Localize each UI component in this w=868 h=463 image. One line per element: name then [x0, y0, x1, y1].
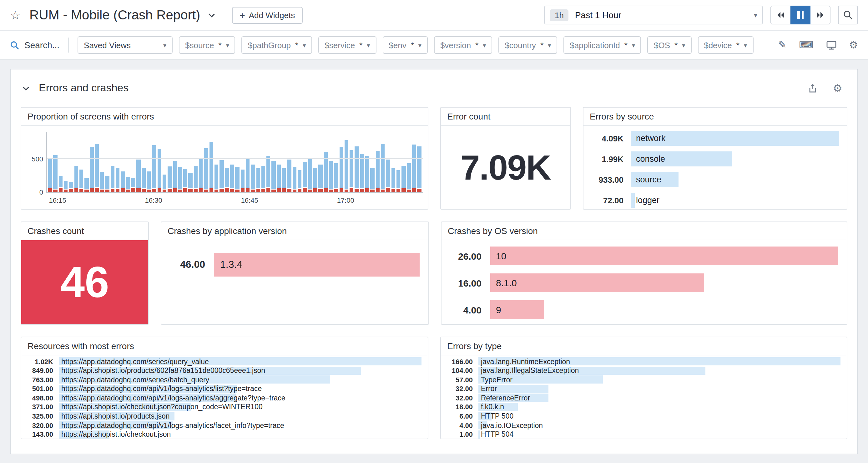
bar-row[interactable]: 320.00https://app.datadoghq.com/api/v1/l…: [24, 421, 422, 429]
saved-views-select[interactable]: Saved Views ▾: [78, 36, 173, 54]
timeseries-bar[interactable]: [407, 132, 411, 192]
timeseries-bar[interactable]: [292, 132, 297, 192]
timeseries-bar[interactable]: [85, 132, 89, 192]
template-variable-source[interactable]: $source * ▾: [179, 36, 236, 54]
add-widgets-button[interactable]: + Add Widgets: [232, 6, 302, 24]
template-variable-os[interactable]: $OS * ▾: [648, 36, 691, 54]
timeseries-bar[interactable]: [209, 132, 213, 192]
timeseries-bar[interactable]: [298, 132, 302, 192]
timeseries-bar[interactable]: [111, 132, 115, 192]
timeseries-bar[interactable]: [323, 132, 328, 192]
bar-row[interactable]: 32.00ReferenceError: [443, 394, 840, 402]
timeseries-bar[interactable]: [261, 132, 266, 192]
timeseries-bar[interactable]: [391, 132, 395, 192]
timeseries-bar[interactable]: [152, 132, 156, 192]
bar-row[interactable]: 4.09Knetwork: [586, 131, 839, 146]
chevron-down-icon[interactable]: [208, 11, 216, 19]
timeseries-bar[interactable]: [225, 132, 229, 192]
timeseries-bar[interactable]: [375, 132, 380, 192]
timeseries-bar[interactable]: [355, 132, 359, 192]
timeseries-bar[interactable]: [256, 132, 260, 192]
time-range-picker[interactable]: 1h Past 1 Hour ▾: [544, 6, 763, 24]
bar-row[interactable]: 4.00java.io.IOException: [443, 421, 840, 429]
share-export-icon[interactable]: [807, 83, 818, 93]
timeseries-bar[interactable]: [267, 132, 271, 192]
time-forward-button[interactable]: [810, 6, 831, 24]
timeseries-bar[interactable]: [142, 132, 146, 192]
bar-row[interactable]: 26.0010: [445, 247, 838, 265]
timeseries-bar[interactable]: [163, 132, 167, 192]
timeseries-bar[interactable]: [381, 132, 385, 192]
search-control[interactable]: Search...: [10, 40, 59, 50]
timeseries-bar[interactable]: [48, 132, 52, 192]
timeseries-bar[interactable]: [54, 132, 58, 192]
timeseries-bar[interactable]: [178, 132, 182, 192]
timeseries-bar[interactable]: [308, 132, 312, 192]
bar-row[interactable]: 763.00https://app.datadoghq.com/series/b…: [24, 375, 422, 383]
timeseries-bar[interactable]: [313, 132, 317, 192]
template-variable-service[interactable]: $service * ▾: [318, 36, 376, 54]
timeseries-bar[interactable]: [69, 132, 73, 192]
template-variable-version[interactable]: $version * ▾: [434, 36, 492, 54]
timeseries-bar[interactable]: [241, 132, 245, 192]
timeseries-bar[interactable]: [397, 132, 401, 192]
timeseries-bar[interactable]: [95, 132, 99, 192]
timeseries-bar[interactable]: [277, 132, 281, 192]
timeseries-bar[interactable]: [189, 132, 193, 192]
timeseries-bar[interactable]: [215, 132, 219, 192]
timeseries-bar[interactable]: [339, 132, 343, 192]
collapse-chevron-icon[interactable]: [22, 84, 30, 92]
timeseries-bar[interactable]: [345, 132, 349, 192]
timeseries-bar[interactable]: [329, 132, 333, 192]
favorite-star-icon[interactable]: ☆: [10, 9, 21, 21]
timeseries-bar[interactable]: [131, 132, 135, 192]
settings-gear-icon[interactable]: ⚙: [849, 40, 858, 50]
bar-row[interactable]: 1.02Khttps://app.datadoghq.com/series/qu…: [24, 357, 422, 366]
timeseries-bar[interactable]: [334, 132, 338, 192]
timeseries-bar[interactable]: [371, 132, 375, 192]
timeseries-bar[interactable]: [282, 132, 286, 192]
timeseries-bar[interactable]: [199, 132, 203, 192]
timeseries-bar[interactable]: [412, 132, 416, 192]
keyboard-icon[interactable]: ⌨: [799, 40, 813, 50]
bar-row[interactable]: 32.00Error: [443, 385, 840, 393]
timeseries-bar[interactable]: [402, 132, 406, 192]
bar-row[interactable]: 143.00https://api.shopist.io/checkout.js…: [24, 431, 422, 439]
timeseries-bar[interactable]: [80, 132, 84, 192]
bar-row[interactable]: 72.00logger: [586, 193, 839, 208]
timeseries-bar[interactable]: [246, 132, 250, 192]
bar-row[interactable]: 46.001.3.4: [165, 253, 420, 277]
template-variable-country[interactable]: $country * ▾: [498, 36, 557, 54]
bar-row[interactable]: 498.00https://app.datadoghq.com/api/v1/l…: [24, 394, 422, 402]
fullscreen-monitor-icon[interactable]: [826, 40, 836, 50]
timeseries-bar[interactable]: [204, 132, 208, 192]
timeseries-bar[interactable]: [116, 132, 120, 192]
timeseries-bar[interactable]: [167, 132, 172, 192]
bar-row[interactable]: 104.00java.lang.IllegalStateException: [443, 366, 840, 374]
timeseries-bar[interactable]: [386, 132, 390, 192]
timeseries-bar[interactable]: [365, 132, 369, 192]
timeseries-bar[interactable]: [272, 132, 276, 192]
timeseries-bar[interactable]: [251, 132, 255, 192]
zoom-button[interactable]: [838, 6, 858, 24]
timeseries-bar[interactable]: [100, 132, 104, 192]
bar-row[interactable]: 1.00HTTP 504: [443, 431, 840, 439]
timeseries-bar[interactable]: [287, 132, 291, 192]
timeseries-bar[interactable]: [64, 132, 68, 192]
timeseries-bar[interactable]: [173, 132, 177, 192]
timeseries-bar[interactable]: [74, 132, 78, 192]
template-variable-pathgroup[interactable]: $pathGroup * ▾: [242, 36, 312, 54]
timeseries-bar[interactable]: [105, 132, 110, 192]
template-variable-env[interactable]: $env * ▾: [382, 36, 428, 54]
bar-row[interactable]: 6.00HTTP 500: [443, 412, 840, 420]
template-variable-device[interactable]: $device * ▾: [698, 36, 753, 54]
bar-row[interactable]: 325.00https://api.shopist.io/products.js…: [24, 412, 422, 420]
pause-button[interactable]: [790, 6, 810, 24]
timeseries-bar[interactable]: [59, 132, 63, 192]
timeseries-bar[interactable]: [147, 132, 151, 192]
timeseries-bar[interactable]: [417, 132, 421, 192]
bar-row[interactable]: 18.00f.k0.k.n: [443, 403, 840, 411]
bar-row[interactable]: 166.00java.lang.RuntimeException: [443, 357, 840, 366]
timeseries-bar[interactable]: [194, 132, 198, 192]
timeseries-bar[interactable]: [121, 132, 125, 192]
